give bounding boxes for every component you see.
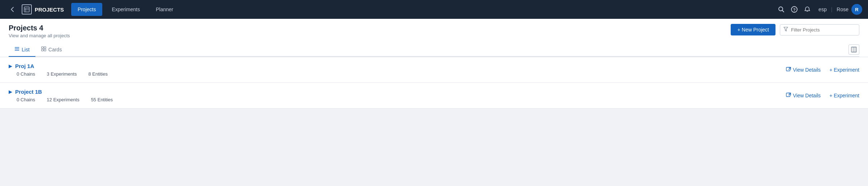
svg-marker-9 (784, 27, 788, 31)
filter-input[interactable] (780, 24, 859, 35)
app-logo-area: PROJECTS (22, 4, 64, 14)
page-header-top: Projects 4 View and manage all projects … (9, 24, 859, 38)
table-row: ▶ Project 1B 0 Chains 12 Experiments 55 … (0, 83, 868, 109)
page-title: Projects 4 (9, 24, 731, 32)
tab-cards-label: Cards (48, 47, 62, 52)
add-experiment-link[interactable]: + Experiment (829, 93, 859, 98)
cards-icon (41, 46, 46, 52)
page-actions: + New Project (731, 24, 859, 35)
svg-line-21 (788, 67, 791, 69)
view-details-icon (786, 67, 791, 73)
project-experiments: 12 Experiments (47, 97, 79, 102)
help-button[interactable]: ? (791, 6, 798, 13)
project-name-row: ▶ Project 1B (9, 89, 786, 95)
avatar[interactable]: R (851, 4, 862, 15)
page-subtitle: View and manage all projects (9, 33, 731, 38)
expand-chevron-icon[interactable]: ▶ (9, 89, 12, 94)
project-meta: 0 Chains 3 Experiments 8 Entities (9, 71, 786, 77)
nav-tab-experiments[interactable]: Experiments (105, 3, 146, 16)
expand-chevron-icon[interactable]: ▶ (9, 63, 12, 69)
back-button[interactable] (6, 4, 19, 14)
page-header: Projects 4 View and manage all projects … (0, 19, 868, 57)
project-name[interactable]: Project 1B (15, 89, 42, 95)
new-project-button[interactable]: + New Project (731, 24, 775, 35)
view-tabs: List Cards (9, 43, 859, 57)
list-icon (14, 46, 20, 52)
page-title-area: Projects 4 View and manage all projects (9, 24, 731, 38)
user-locale: esp (818, 7, 827, 12)
view-details-label: View Details (793, 93, 821, 98)
view-details-link[interactable]: View Details (786, 67, 821, 73)
svg-rect-15 (42, 49, 43, 51)
project-actions: View Details + Experiment (786, 93, 859, 99)
view-details-link[interactable]: View Details (786, 93, 821, 99)
nav-tab-projects[interactable]: Projects (71, 3, 103, 16)
project-meta: 0 Chains 12 Experiments 55 Entities (9, 97, 786, 102)
svg-rect-17 (851, 47, 856, 52)
user-area: esp | Rose R (818, 4, 862, 15)
project-entities: 8 Entities (88, 71, 107, 77)
project-info: ▶ Proj 1A 0 Chains 3 Experiments 8 Entit… (9, 63, 786, 77)
tab-list[interactable]: List (9, 43, 35, 57)
user-divider: | (831, 7, 833, 12)
project-info: ▶ Project 1B 0 Chains 12 Experiments 55 … (9, 89, 786, 102)
svg-rect-14 (44, 47, 46, 48)
columns-toggle-button[interactable] (848, 45, 859, 55)
tab-list-label: List (22, 47, 30, 52)
project-name-row: ▶ Proj 1A (9, 63, 786, 69)
navbar: PROJECTS Projects Experiments Planner ? … (0, 0, 868, 19)
view-details-icon (786, 93, 791, 99)
project-name[interactable]: Proj 1A (15, 63, 34, 69)
tab-cards[interactable]: Cards (35, 43, 68, 57)
svg-line-23 (788, 93, 791, 95)
project-entities: 55 Entities (91, 97, 113, 102)
svg-rect-20 (786, 67, 790, 71)
add-experiment-label: + Experiment (829, 67, 859, 73)
filter-icon (783, 27, 788, 33)
svg-rect-0 (24, 7, 29, 12)
svg-line-5 (782, 10, 784, 12)
add-experiment-label: + Experiment (829, 93, 859, 98)
add-experiment-link[interactable]: + Experiment (829, 67, 859, 73)
nav-tab-planner[interactable]: Planner (149, 3, 180, 16)
app-logo-icon (22, 4, 32, 14)
view-details-label: View Details (793, 67, 821, 73)
svg-rect-13 (42, 47, 43, 48)
project-experiments: 3 Experiments (47, 71, 77, 77)
project-chains: 0 Chains (17, 71, 35, 77)
svg-rect-16 (44, 49, 46, 51)
notifications-button[interactable] (804, 6, 811, 13)
filter-input-wrap (780, 24, 859, 35)
app-name: PROJECTS (35, 7, 64, 13)
user-name: Rose (837, 7, 848, 12)
project-chains: 0 Chains (17, 97, 35, 102)
table-row: ▶ Proj 1A 0 Chains 3 Experiments 8 Entit… (0, 57, 868, 83)
svg-rect-22 (786, 93, 790, 97)
svg-text:?: ? (793, 8, 796, 12)
project-actions: View Details + Experiment (786, 67, 859, 73)
nav-icons: ? esp | Rose R (778, 4, 862, 15)
search-button[interactable] (778, 6, 785, 13)
main-content: ▶ Proj 1A 0 Chains 3 Experiments 8 Entit… (0, 57, 868, 109)
